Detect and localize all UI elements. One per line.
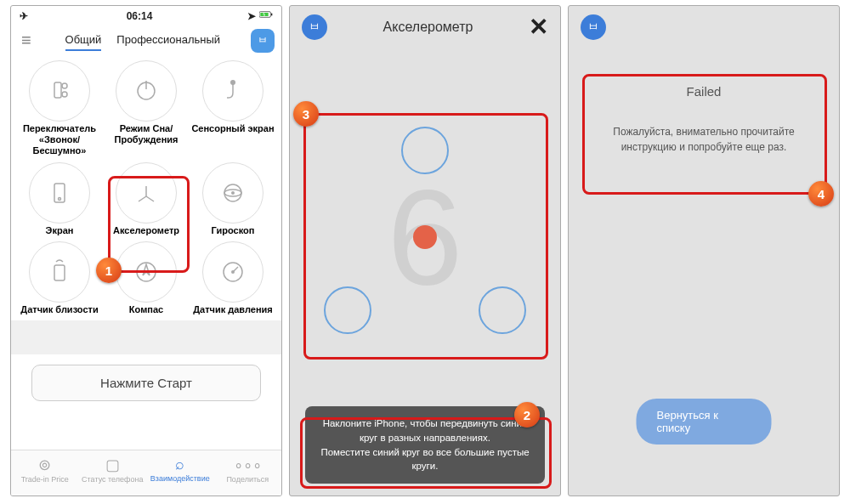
- bottom-bar: ⊚Trade-in Price ▢Статус телефона ⌕Взаимо…: [11, 450, 281, 496]
- test-touch-screen[interactable]: Сенсорный экран: [190, 57, 276, 159]
- test-screen[interactable]: Экран: [16, 159, 103, 238]
- compass-icon: [133, 258, 160, 286]
- screen-icon: [46, 179, 73, 207]
- test-ring-switch[interactable]: Переключатель «Звонок/Бесшумно»: [16, 57, 103, 159]
- result-box: Failed Пожалуйста, внимательно прочитайт…: [586, 84, 822, 155]
- result-message: Пожалуйста, внимательно прочитайте инстр…: [586, 124, 822, 155]
- panel-tests-list: ✈ 06:14 ➤ ≡ Общий Профессиональный ㅂ: [10, 5, 282, 496]
- tab-general[interactable]: Общий: [65, 30, 102, 51]
- svg-rect-10: [54, 184, 65, 202]
- accelerometer-icon: [133, 179, 160, 207]
- accelerometer-area[interactable]: 6: [314, 127, 536, 348]
- tests-grid: Переключатель «Звонок/Бесшумно» Режим Сн…: [11, 54, 281, 320]
- moving-ball: [413, 225, 437, 249]
- tab-phone-status[interactable]: ▢Статус телефона: [79, 450, 147, 496]
- svg-point-11: [59, 197, 61, 200]
- proximity-icon: [46, 258, 73, 286]
- tab-share[interactable]: ∘∘∘Поделиться: [214, 450, 282, 496]
- test-accelerometer[interactable]: Акселерометр: [103, 159, 190, 238]
- gyroscope-icon: [219, 179, 246, 207]
- svg-point-19: [231, 270, 235, 274]
- mascot-button[interactable]: ㅂ: [302, 14, 327, 40]
- location-icon: ➤: [247, 10, 256, 22]
- tab-professional[interactable]: Профессиональный: [116, 30, 220, 51]
- status-bar: ✈ 06:14 ➤: [11, 6, 281, 24]
- menu-button[interactable]: ≡: [18, 27, 35, 54]
- callout-2: 2: [514, 402, 540, 428]
- svg-rect-4: [54, 82, 61, 98]
- callout-3: 3: [293, 101, 319, 127]
- panel-accelerometer-test: ㅂ Акселерометр ✕ 6 Наклоните iPhone, что…: [289, 5, 561, 496]
- test-title: Акселерометр: [383, 20, 473, 35]
- mascot-icon: ㅂ: [309, 20, 320, 35]
- airplane-icon: ✈: [20, 10, 28, 22]
- svg-point-5: [62, 83, 67, 88]
- status-time: 06:14: [127, 10, 153, 22]
- back-to-list-button[interactable]: Вернуться к списку: [637, 399, 772, 445]
- svg-point-9: [230, 80, 235, 85]
- pressure-icon: [219, 258, 246, 286]
- touch-icon: [219, 77, 246, 105]
- test-pressure[interactable]: Датчик давления: [190, 238, 276, 317]
- phone-icon: ▢: [79, 456, 147, 474]
- svg-rect-2: [271, 14, 272, 16]
- tab-interaction[interactable]: ⌕Взаимодействие: [146, 450, 214, 496]
- more-icon: ∘∘∘: [214, 456, 282, 474]
- svg-rect-15: [54, 265, 65, 280]
- switch-icon: [46, 77, 73, 105]
- mascot-icon: ㅂ: [587, 20, 599, 35]
- money-icon: ⊚: [11, 456, 79, 474]
- test-gyroscope[interactable]: Гироскоп: [190, 159, 276, 238]
- mascot-badge[interactable]: ㅂ: [251, 29, 275, 53]
- mascot-icon: ㅂ: [258, 33, 268, 48]
- start-button[interactable]: Нажмите Старт: [31, 365, 261, 401]
- callout-1: 1: [96, 258, 122, 283]
- search-icon: ⌕: [146, 456, 214, 473]
- tab-trade-in[interactable]: ⊚Trade-in Price: [11, 450, 79, 496]
- close-button[interactable]: ✕: [529, 15, 548, 39]
- svg-point-14: [231, 191, 235, 195]
- battery-icon: [259, 9, 273, 22]
- target-circle-left: [324, 286, 371, 334]
- test-proximity[interactable]: Датчик близости: [16, 238, 103, 317]
- test-sleep-wake[interactable]: Режим Сна/Пробуждения: [103, 57, 190, 159]
- svg-point-6: [62, 92, 67, 97]
- instruction-box: Наклоните iPhone, чтобы передвинуть сини…: [305, 406, 545, 484]
- callout-4: 4: [808, 181, 834, 207]
- mascot-button[interactable]: ㅂ: [581, 14, 606, 40]
- target-circle-right: [479, 286, 526, 334]
- power-icon: [133, 77, 160, 105]
- target-circle-top: [401, 127, 449, 174]
- result-title: Failed: [586, 84, 822, 99]
- panel-result: ㅂ Failed Пожалуйста, внимательно прочита…: [568, 5, 840, 496]
